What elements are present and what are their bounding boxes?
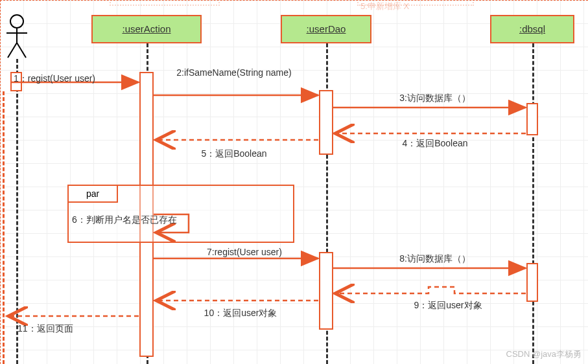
label-m3: 3:访问数据库（） <box>364 93 506 104</box>
label-m1: 1：regist(User user) <box>14 73 137 85</box>
label-m4: 4：返回Boolean <box>364 138 506 150</box>
label-m5: 5：返回Boolean <box>169 148 299 160</box>
lifeline-userdao: :userDao <box>281 15 371 43</box>
lifeline-actor-dash <box>16 59 18 364</box>
activation-dbsql-1 <box>526 103 538 135</box>
label-m2: 2:ifSameName(String name) <box>169 67 299 78</box>
svg-point-0 <box>10 15 23 28</box>
par-frame: par <box>67 185 294 243</box>
arrow-m9 <box>335 287 526 293</box>
watermark: CSDN @java李杨勇 <box>506 348 582 360</box>
lifeline-userdao-label: :userDao <box>307 23 346 34</box>
actor-outer-dash <box>3 91 5 364</box>
activation-userdao-2 <box>319 252 333 330</box>
label-m9: 9：返回user对象 <box>377 300 519 312</box>
lifeline-dbsql-dash <box>532 43 534 364</box>
label-m6: 6：判断用户名是否已存在 <box>72 214 215 226</box>
label-m10: 10：返回user对象 <box>176 308 305 319</box>
label-m8: 8:访问数据库（） <box>364 253 506 265</box>
svg-line-4 <box>17 43 26 58</box>
label-m7: 7:regist(User user) <box>180 247 309 257</box>
lifeline-useraction-label: :userAction <box>122 23 171 34</box>
lifeline-dbsql: :dbsql <box>490 15 574 43</box>
actor-icon <box>4 14 30 59</box>
lifeline-useraction: :userAction <box>91 15 202 43</box>
lifeline-dbsql-label: :dbsql <box>519 23 545 34</box>
faint-box-1 <box>110 0 220 6</box>
label-m11: 11：返回页面 <box>18 323 134 335</box>
par-tag: par <box>69 186 118 203</box>
faint-label: 5:申新增库 X <box>360 1 409 12</box>
svg-line-3 <box>8 43 17 58</box>
activation-dbsql-2 <box>526 263 538 302</box>
activation-userdao-1 <box>319 90 333 155</box>
